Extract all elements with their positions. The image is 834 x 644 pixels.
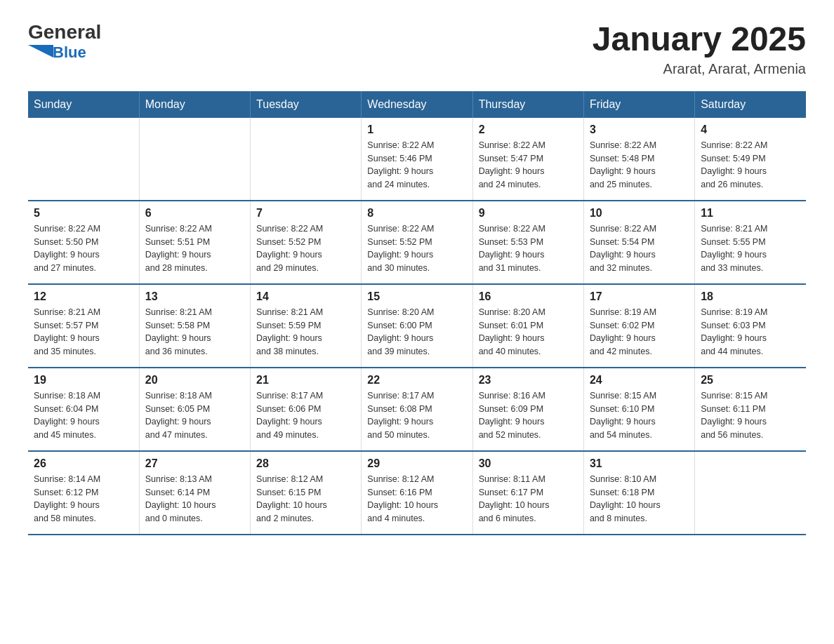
day-number: 4: [701, 123, 800, 136]
calendar-cell: 9Sunrise: 8:22 AMSunset: 5:53 PMDaylight…: [472, 201, 583, 284]
day-number: 11: [701, 207, 800, 220]
page-header: General Blue January 2025 Ararat, Ararat…: [28, 21, 806, 77]
day-number: 24: [590, 374, 689, 387]
col-tuesday: Tuesday: [251, 91, 362, 118]
day-info: Sunrise: 8:12 AMSunset: 6:16 PMDaylight:…: [367, 473, 466, 525]
day-info: Sunrise: 8:13 AMSunset: 6:14 PMDaylight:…: [145, 473, 244, 525]
calendar-week-row: 5Sunrise: 8:22 AMSunset: 5:50 PMDaylight…: [28, 201, 806, 284]
calendar-cell: 10Sunrise: 8:22 AMSunset: 5:54 PMDayligh…: [583, 201, 694, 284]
logo-general-text: General: [28, 21, 101, 43]
calendar-cell: 15Sunrise: 8:20 AMSunset: 6:00 PMDayligh…: [362, 284, 472, 368]
col-sunday: Sunday: [28, 91, 139, 118]
day-number: 20: [145, 374, 244, 387]
day-info: Sunrise: 8:22 AMSunset: 5:47 PMDaylight:…: [479, 139, 578, 192]
day-number: 1: [367, 123, 466, 136]
calendar-cell: [139, 118, 250, 201]
day-number: 6: [145, 207, 244, 220]
calendar-cell: 26Sunrise: 8:14 AMSunset: 6:12 PMDayligh…: [28, 451, 139, 535]
calendar-cell: 31Sunrise: 8:10 AMSunset: 6:18 PMDayligh…: [583, 451, 694, 535]
day-number: 26: [34, 457, 133, 470]
day-info: Sunrise: 8:14 AMSunset: 6:12 PMDaylight:…: [34, 473, 133, 525]
day-info: Sunrise: 8:11 AMSunset: 6:17 PMDaylight:…: [479, 473, 578, 525]
calendar-week-row: 19Sunrise: 8:18 AMSunset: 6:04 PMDayligh…: [28, 368, 806, 451]
calendar-week-row: 12Sunrise: 8:21 AMSunset: 5:57 PMDayligh…: [28, 284, 806, 368]
day-number: 17: [590, 290, 689, 303]
day-info: Sunrise: 8:19 AMSunset: 6:02 PMDaylight:…: [590, 306, 689, 358]
calendar-cell: [28, 118, 139, 201]
day-info: Sunrise: 8:22 AMSunset: 5:49 PMDaylight:…: [701, 139, 800, 192]
day-number: 15: [367, 290, 466, 303]
calendar-cell: 11Sunrise: 8:21 AMSunset: 5:55 PMDayligh…: [695, 201, 806, 284]
calendar-week-row: 1Sunrise: 8:22 AMSunset: 5:46 PMDaylight…: [28, 118, 806, 201]
logo: General Blue: [28, 21, 112, 62]
calendar-cell: 25Sunrise: 8:15 AMSunset: 6:11 PMDayligh…: [695, 368, 806, 451]
day-number: 18: [701, 290, 800, 303]
day-number: 28: [256, 457, 355, 470]
day-info: Sunrise: 8:21 AMSunset: 5:57 PMDaylight:…: [34, 306, 133, 358]
calendar-cell: 8Sunrise: 8:22 AMSunset: 5:52 PMDaylight…: [362, 201, 472, 284]
day-info: Sunrise: 8:22 AMSunset: 5:52 PMDaylight:…: [256, 222, 355, 275]
month-title: January 2025: [593, 21, 806, 58]
day-number: 9: [479, 207, 578, 220]
day-info: Sunrise: 8:15 AMSunset: 6:11 PMDaylight:…: [701, 389, 800, 442]
day-info: Sunrise: 8:20 AMSunset: 6:00 PMDaylight:…: [367, 306, 466, 358]
calendar-cell: 1Sunrise: 8:22 AMSunset: 5:46 PMDaylight…: [362, 118, 472, 201]
calendar-cell: 18Sunrise: 8:19 AMSunset: 6:03 PMDayligh…: [695, 284, 806, 368]
day-info: Sunrise: 8:18 AMSunset: 6:04 PMDaylight:…: [34, 389, 133, 442]
calendar-cell: 17Sunrise: 8:19 AMSunset: 6:02 PMDayligh…: [583, 284, 694, 368]
day-number: 3: [590, 123, 689, 136]
day-number: 14: [256, 290, 355, 303]
day-info: Sunrise: 8:16 AMSunset: 6:09 PMDaylight:…: [479, 389, 578, 442]
svg-marker-0: [28, 45, 53, 58]
calendar-cell: 27Sunrise: 8:13 AMSunset: 6:14 PMDayligh…: [139, 451, 250, 535]
day-number: 29: [367, 457, 466, 470]
calendar-cell: [251, 118, 362, 201]
day-info: Sunrise: 8:17 AMSunset: 6:06 PMDaylight:…: [256, 389, 355, 442]
day-info: Sunrise: 8:22 AMSunset: 5:54 PMDaylight:…: [590, 222, 689, 275]
calendar-cell: [695, 451, 806, 535]
day-info: Sunrise: 8:21 AMSunset: 5:58 PMDaylight:…: [145, 306, 244, 358]
calendar-cell: 28Sunrise: 8:12 AMSunset: 6:15 PMDayligh…: [251, 451, 362, 535]
calendar-cell: 14Sunrise: 8:21 AMSunset: 5:59 PMDayligh…: [251, 284, 362, 368]
calendar-cell: 6Sunrise: 8:22 AMSunset: 5:51 PMDaylight…: [139, 201, 250, 284]
calendar-cell: 7Sunrise: 8:22 AMSunset: 5:52 PMDaylight…: [251, 201, 362, 284]
day-info: Sunrise: 8:22 AMSunset: 5:53 PMDaylight:…: [479, 222, 578, 275]
calendar-cell: 12Sunrise: 8:21 AMSunset: 5:57 PMDayligh…: [28, 284, 139, 368]
day-number: 7: [256, 207, 355, 220]
title-section: January 2025 Ararat, Ararat, Armenia: [593, 21, 806, 77]
day-info: Sunrise: 8:21 AMSunset: 5:59 PMDaylight:…: [256, 306, 355, 358]
calendar-cell: 29Sunrise: 8:12 AMSunset: 6:16 PMDayligh…: [362, 451, 472, 535]
day-info: Sunrise: 8:17 AMSunset: 6:08 PMDaylight:…: [367, 389, 466, 442]
day-number: 21: [256, 374, 355, 387]
day-number: 13: [145, 290, 244, 303]
day-number: 25: [701, 374, 800, 387]
calendar-week-row: 26Sunrise: 8:14 AMSunset: 6:12 PMDayligh…: [28, 451, 806, 535]
day-info: Sunrise: 8:22 AMSunset: 5:46 PMDaylight:…: [367, 139, 466, 192]
day-number: 23: [479, 374, 578, 387]
day-number: 31: [590, 457, 689, 470]
day-info: Sunrise: 8:22 AMSunset: 5:51 PMDaylight:…: [145, 222, 244, 275]
calendar-cell: 5Sunrise: 8:22 AMSunset: 5:50 PMDaylight…: [28, 201, 139, 284]
col-wednesday: Wednesday: [362, 91, 472, 118]
calendar-cell: 16Sunrise: 8:20 AMSunset: 6:01 PMDayligh…: [472, 284, 583, 368]
calendar-cell: 2Sunrise: 8:22 AMSunset: 5:47 PMDaylight…: [472, 118, 583, 201]
calendar-cell: 22Sunrise: 8:17 AMSunset: 6:08 PMDayligh…: [362, 368, 472, 451]
calendar-table: Sunday Monday Tuesday Wednesday Thursday…: [28, 91, 806, 535]
col-friday: Friday: [583, 91, 694, 118]
day-info: Sunrise: 8:21 AMSunset: 5:55 PMDaylight:…: [701, 222, 800, 275]
day-number: 8: [367, 207, 466, 220]
day-info: Sunrise: 8:22 AMSunset: 5:50 PMDaylight:…: [34, 222, 133, 275]
day-number: 30: [479, 457, 578, 470]
logo-blue-text: Blue: [53, 43, 86, 62]
day-number: 5: [34, 207, 133, 220]
calendar-cell: 20Sunrise: 8:18 AMSunset: 6:05 PMDayligh…: [139, 368, 250, 451]
day-info: Sunrise: 8:12 AMSunset: 6:15 PMDaylight:…: [256, 473, 355, 525]
day-number: 12: [34, 290, 133, 303]
day-number: 27: [145, 457, 244, 470]
day-info: Sunrise: 8:22 AMSunset: 5:52 PMDaylight:…: [367, 222, 466, 275]
location-title: Ararat, Ararat, Armenia: [593, 61, 806, 77]
calendar-cell: 19Sunrise: 8:18 AMSunset: 6:04 PMDayligh…: [28, 368, 139, 451]
calendar-cell: 24Sunrise: 8:15 AMSunset: 6:10 PMDayligh…: [583, 368, 694, 451]
col-thursday: Thursday: [472, 91, 583, 118]
day-info: Sunrise: 8:18 AMSunset: 6:05 PMDaylight:…: [145, 389, 244, 442]
